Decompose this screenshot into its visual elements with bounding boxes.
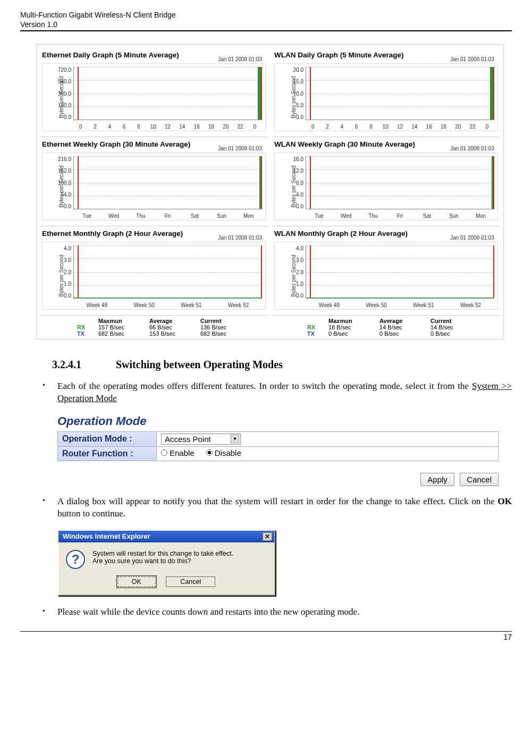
- wlan-tx-cur: 0 B/sec: [430, 330, 472, 337]
- stats-hdr-cur: Current: [200, 318, 242, 324]
- wlan-tx-avg: 0 B/sec: [379, 330, 421, 337]
- chart-eth_weekly: Ethernet Weekly Graph (30 Minute Average…: [40, 137, 268, 226]
- plot-area: [73, 67, 262, 120]
- operation-mode-screenshot: Operation Mode Operation Mode : Access P…: [57, 414, 499, 486]
- router-disable-radio[interactable]: Disable: [206, 448, 241, 457]
- operation-mode-select[interactable]: Access Point ▼: [161, 434, 241, 445]
- bullet-text: A dialog box will appear to notify you t…: [57, 496, 498, 506]
- section-title: Switching between Operating Modes: [116, 359, 283, 370]
- section-number: 3.2.4.1: [52, 359, 113, 371]
- x-ticks: TueWedThuFriSatSunMon: [306, 213, 494, 219]
- chart-eth_monthly: Ethernet Monthly Graph (2 Hour Average)J…: [40, 226, 268, 316]
- y-ticks: 4.03.02.01.00.0: [50, 245, 71, 299]
- bullet-text: Each of the operating modes offers diffe…: [57, 381, 472, 391]
- router-enable-label: Enable: [170, 448, 195, 457]
- dialog-title: Windows Internet Explorer: [63, 532, 150, 540]
- bullet-please-wait: Please wait while the device counts down…: [40, 606, 512, 618]
- chart-plot: Jan 01 2008 01:03Bytes per Second16.012.…: [274, 152, 498, 220]
- router-enable-radio[interactable]: Enable: [161, 448, 195, 457]
- chart-eth_daily: Ethernet Daily Graph (5 Minute Average)J…: [40, 48, 268, 137]
- opmode-panel-title: Operation Mode: [57, 414, 499, 428]
- dialog-ok-button[interactable]: OK: [117, 576, 156, 587]
- chart-timestamp: Jan 01 2008 01:03: [450, 146, 494, 151]
- doc-title-line1: Multi-Function Gigabit Wireless-N Client…: [20, 11, 512, 20]
- stats-hdr-max: Maxmun: [328, 318, 370, 324]
- y-ticks: 20.015.010.05.00.0: [282, 67, 303, 120]
- stats-rx-label: RX: [307, 324, 319, 330]
- ie-confirm-dialog: Windows Internet Explorer ✕ ? System wil…: [57, 530, 275, 596]
- stats-hdr-max: Maxmun: [98, 318, 140, 324]
- x-ticks: 02468101214161820220: [73, 124, 262, 130]
- bullet-text: button to continue.: [57, 508, 125, 519]
- chart-timestamp: Jan 01 2008 01:03: [218, 146, 262, 151]
- chart-wlan_weekly: WLAN Weekly Graph (30 Minute Average)Jan…: [272, 137, 500, 226]
- section-heading: 3.2.4.1 Switching between Operating Mode…: [52, 359, 512, 371]
- y-ticks: 216.0162.0108.054.00.0: [50, 156, 71, 209]
- chart-timestamp: Jan 01 2008 01:03: [218, 56, 262, 62]
- plot-area: [73, 156, 262, 209]
- page-header: Multi-Function Gigabit Wireless-N Client…: [20, 11, 512, 31]
- question-icon: ?: [66, 550, 85, 569]
- page-footer: 17: [20, 631, 512, 641]
- chart-plot: Jan 01 2008 01:03Bytes per Second20.015.…: [274, 63, 498, 131]
- dialog-line2: Are you sure you want to do this?: [92, 557, 233, 565]
- stats-rx-label: RX: [77, 324, 89, 330]
- stats-hdr-avg: Average: [149, 318, 191, 324]
- stats-tx-label: TX: [307, 330, 319, 337]
- y-ticks: 16.012.08.04.00.0: [282, 156, 303, 209]
- ok-emphasis: OK: [498, 496, 512, 506]
- wlan-tx-max: 0 B/sec: [328, 330, 370, 337]
- chart-plot: Jan 01 2008 01:03Bytes per Second216.016…: [42, 152, 266, 220]
- eth-rx-max: 157 B/sec: [98, 324, 140, 330]
- chart-plot: Jan 01 2008 01:03Bytes per Second4.03.02…: [274, 242, 498, 310]
- eth-tx-max: 682 B/sec: [98, 330, 140, 337]
- chevron-down-icon: ▼: [231, 435, 239, 443]
- cancel-button[interactable]: Cancel: [460, 473, 499, 486]
- chart-timestamp: Jan 01 2008 01:03: [450, 56, 494, 62]
- stats-tx-label: TX: [77, 330, 89, 337]
- x-ticks: Week 49Week 50Week 51Week 52: [306, 302, 494, 308]
- traffic-graphs-panel: Ethernet Daily Graph (5 Minute Average)J…: [36, 44, 504, 339]
- eth-tx-avg: 153 B/sec: [149, 330, 191, 337]
- wlan-rx-avg: 14 B/sec: [379, 324, 421, 330]
- chart-wlan_daily: WLAN Daily Graph (5 Minute Average)Jan 0…: [272, 48, 500, 137]
- y-ticks: 720.0540.0360.0180.00.0: [50, 67, 71, 120]
- x-ticks: 02468101214161820220: [306, 124, 494, 130]
- plot-area: [73, 245, 262, 299]
- page-number: 17: [503, 633, 512, 641]
- chart-plot: Jan 01 2008 01:03Bytes per Second4.03.02…: [42, 242, 266, 310]
- bullet-text: Please wait while the device counts down…: [57, 607, 359, 617]
- router-disable-label: Disable: [215, 448, 241, 457]
- stats-hdr-avg: Average: [379, 318, 421, 324]
- stats-hdr-cur: Current: [430, 318, 472, 324]
- x-ticks: Week 49Week 50Week 51Week 52: [73, 302, 262, 308]
- wlan-rx-cur: 14 B/sec: [430, 324, 472, 330]
- operation-mode-value: Access Point: [165, 435, 211, 444]
- plot-area: [306, 245, 494, 299]
- y-ticks: 4.03.02.01.00.0: [282, 245, 303, 299]
- wlan-stats: Maxmun Average Current RX 18 B/sec 14 B/…: [270, 316, 500, 337]
- plot-area: [306, 156, 494, 209]
- chart-timestamp: Jan 01 2008 01:03: [450, 235, 494, 241]
- eth-rx-avg: 66 B/sec: [149, 324, 191, 330]
- apply-button[interactable]: Apply: [420, 473, 454, 486]
- opmode-row-label: Operation Mode :: [58, 432, 157, 447]
- close-icon[interactable]: ✕: [263, 532, 272, 541]
- doc-title-line2: Version 1.0: [20, 20, 512, 30]
- chart-wlan_monthly: WLAN Monthly Graph (2 Hour Average)Jan 0…: [272, 226, 500, 316]
- plot-area: [306, 67, 494, 120]
- ethernet-stats: Maxmun Average Current RX 157 B/sec 66 B…: [40, 316, 270, 337]
- x-ticks: TueWedThuFriSatSunMon: [73, 213, 262, 219]
- bullet-restart-dialog: A dialog box will appear to notify you t…: [40, 496, 512, 520]
- dialog-cancel-button[interactable]: Cancel: [166, 576, 215, 587]
- eth-tx-cur: 682 B/sec: [200, 330, 242, 337]
- wlan-rx-max: 18 B/sec: [328, 324, 370, 330]
- eth-rx-cur: 136 B/sec: [200, 324, 242, 330]
- chart-plot: Jan 01 2008 01:03Bytes per Second720.054…: [42, 63, 266, 131]
- router-function-label: Router Function :: [58, 447, 157, 461]
- dialog-message: System will restart for this change to t…: [92, 550, 233, 565]
- chart-timestamp: Jan 01 2008 01:03: [218, 235, 262, 241]
- dialog-line1: System will restart for this change to t…: [92, 550, 233, 557]
- bullet-switch-mode: Each of the operating modes offers diffe…: [40, 380, 512, 405]
